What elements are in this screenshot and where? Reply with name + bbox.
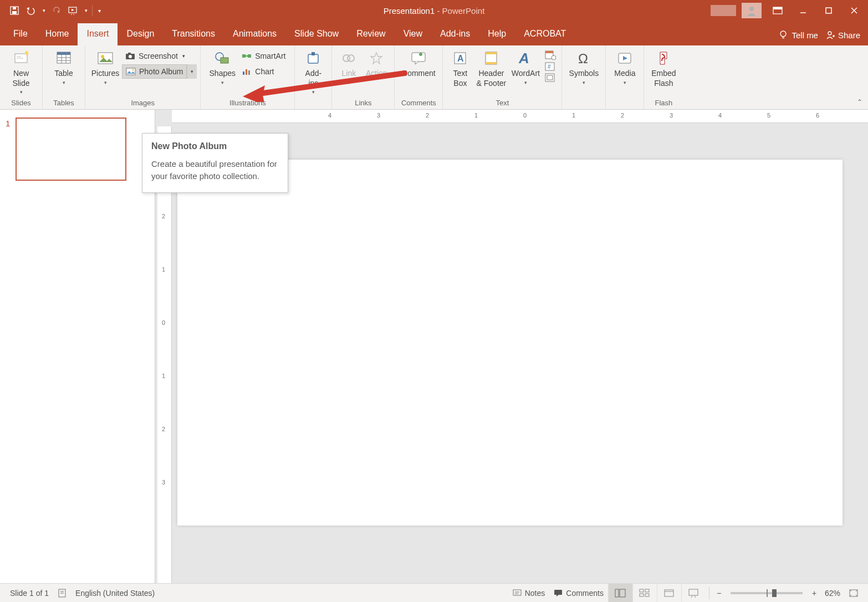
symbols-icon: Ω: [576, 49, 591, 68]
tab-acrobat[interactable]: ACROBAT: [515, 23, 575, 45]
slideshow-dropdown-icon[interactable]: ▾: [82, 3, 90, 18]
ribbon-display-icon[interactable]: [765, 0, 790, 21]
slideshow-view-button[interactable]: [681, 584, 706, 602]
zoom-out-button[interactable]: −: [713, 589, 725, 598]
svg-text:#: #: [548, 64, 551, 70]
tab-file[interactable]: File: [4, 23, 37, 45]
slide-thumbnail-row[interactable]: 1: [6, 118, 149, 181]
share-button[interactable]: Share: [825, 30, 860, 40]
new-slide-button[interactable]: New Slide ▾: [3, 47, 39, 98]
tab-design[interactable]: Design: [118, 23, 163, 45]
lightbulb-icon: [778, 30, 788, 40]
slide-sorter-view-button[interactable]: [632, 584, 657, 602]
chart-button[interactable]: Chart: [238, 64, 289, 79]
svg-rect-37: [248, 54, 251, 58]
link-button[interactable]: Link ▾: [335, 47, 362, 98]
embed-flash-button[interactable]: Embed Flash: [647, 47, 680, 98]
vertical-ruler[interactable]: 3210123: [157, 126, 172, 583]
photo-album-button[interactable]: Photo Album: [122, 64, 187, 79]
tooltip-body: Create a beautiful presentation for your…: [151, 158, 279, 182]
svg-rect-22: [57, 52, 70, 55]
svg-rect-59: [545, 74, 554, 81]
table-button[interactable]: Table ▾: [46, 47, 81, 98]
minimize-icon[interactable]: [790, 0, 816, 21]
shapes-button[interactable]: Shapes ▾: [206, 47, 238, 98]
reading-view-button[interactable]: [657, 584, 681, 602]
slideshow-from-start-icon[interactable]: [65, 3, 81, 18]
horizontal-ruler[interactable]: 43210123456: [172, 110, 868, 123]
media-icon: [617, 49, 632, 68]
tab-home[interactable]: Home: [37, 23, 78, 45]
normal-view-button[interactable]: [608, 584, 632, 602]
tab-help[interactable]: Help: [479, 23, 515, 45]
text-box-label: Text Box: [453, 69, 468, 88]
redo-icon[interactable]: [49, 3, 64, 18]
group-illustrations-label: Illustrations: [201, 98, 294, 109]
svg-rect-2: [13, 7, 16, 9]
text-box-button[interactable]: A Text Box: [446, 47, 474, 98]
photo-album-icon: [126, 68, 136, 75]
screenshot-button[interactable]: Screenshot ▾: [122, 49, 197, 63]
media-button[interactable]: Media ▾: [609, 47, 640, 98]
tab-view[interactable]: View: [395, 23, 431, 45]
tab-transitions[interactable]: Transitions: [163, 23, 224, 45]
shapes-icon: [214, 49, 231, 68]
comment-label: Comment: [402, 69, 436, 79]
group-slides: New Slide ▾ Slides: [0, 45, 43, 109]
symbols-button[interactable]: Ω Symbols ▾: [565, 47, 602, 98]
slide-canvas[interactable]: [177, 160, 843, 526]
svg-text:A: A: [518, 51, 529, 65]
svg-rect-55: [545, 51, 553, 53]
chart-icon: [242, 68, 252, 75]
slide-thumbnail-pane[interactable]: 1: [0, 110, 155, 583]
group-illustrations: Shapes ▾ SmartArt Chart Illustrations: [201, 45, 295, 109]
accessibility-icon[interactable]: [53, 584, 71, 602]
action-button[interactable]: Action: [362, 47, 391, 98]
customize-qat-icon[interactable]: ▾: [95, 3, 104, 18]
zoom-in-button[interactable]: +: [808, 589, 820, 598]
addins-button[interactable]: Add- ins ▾: [298, 47, 328, 98]
fit-icon: [849, 589, 858, 597]
status-language[interactable]: English (United States): [71, 584, 159, 602]
date-time-icon[interactable]: [545, 50, 556, 60]
zoom-slider-thumb[interactable]: [772, 589, 777, 597]
chevron-down-icon: ▾: [348, 80, 350, 86]
user-avatar-icon[interactable]: [742, 3, 762, 18]
close-icon[interactable]: [841, 0, 867, 21]
comment-button[interactable]: Comment: [398, 47, 439, 98]
group-tables-label: Tables: [43, 98, 85, 109]
undo-dropdown-icon[interactable]: ▾: [40, 3, 48, 18]
tab-slide-show[interactable]: Slide Show: [285, 23, 348, 45]
svg-point-4: [749, 7, 754, 11]
tab-add-ins[interactable]: Add-ins: [431, 23, 479, 45]
collapse-ribbon-icon[interactable]: ⌃: [857, 98, 862, 106]
tab-animations[interactable]: Animations: [224, 23, 285, 45]
pictures-button[interactable]: Pictures ▾: [89, 47, 122, 98]
zoom-level[interactable]: 62%: [820, 584, 845, 602]
save-icon[interactable]: [7, 3, 22, 18]
svg-rect-51: [486, 52, 497, 54]
slide-thumbnail[interactable]: [16, 118, 126, 181]
maximize-icon[interactable]: [816, 0, 841, 21]
group-media-label: [606, 106, 644, 109]
fit-to-window-button[interactable]: [845, 584, 862, 602]
tab-review[interactable]: Review: [348, 23, 394, 45]
tooltip: New Photo Album Create a beautiful prese…: [142, 133, 288, 193]
action-label: Action: [366, 69, 387, 79]
status-slide-number[interactable]: Slide 1 of 1: [6, 584, 53, 602]
zoom-slider[interactable]: [731, 592, 803, 594]
wordart-button[interactable]: A WordArt ▾: [508, 47, 543, 98]
slide-number-icon[interactable]: #: [545, 62, 556, 71]
photo-album-dropdown[interactable]: ▾: [187, 64, 197, 79]
svg-rect-31: [128, 53, 131, 54]
header-footer-button[interactable]: Header & Footer: [474, 47, 508, 98]
workspace: 1 43210123456 3210123: [0, 110, 868, 583]
notes-button[interactable]: Notes: [508, 584, 550, 602]
comments-button[interactable]: Comments: [549, 584, 608, 602]
svg-rect-76: [665, 590, 673, 596]
object-icon[interactable]: [545, 73, 556, 82]
tell-me-search[interactable]: Tell me: [778, 30, 818, 40]
tab-insert[interactable]: Insert: [78, 23, 118, 45]
smartart-button[interactable]: SmartArt: [238, 49, 289, 63]
undo-icon[interactable]: [23, 3, 39, 18]
